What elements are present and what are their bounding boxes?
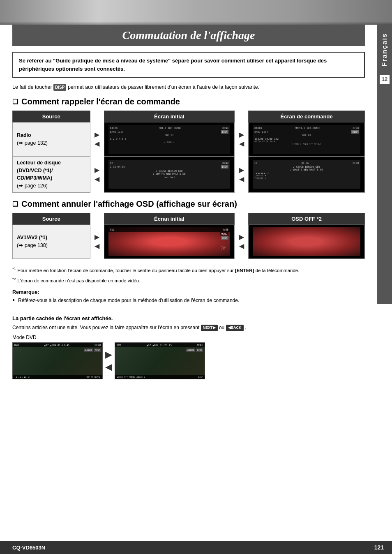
- text-end: .: [245, 325, 246, 330]
- la-partie-title: La partie cachée de l'écran est affichée…: [12, 315, 365, 321]
- table-row: Lecteur de disque (DVD/VCD (*1)/ CD/MP3/…: [13, 156, 365, 192]
- enter-key: [ENTER]: [235, 268, 254, 273]
- av-page: (➡ page 138): [17, 242, 48, 248]
- remark-section: Remarque: Référez-vous à la description …: [12, 289, 365, 304]
- top-banner: [0, 0, 392, 25]
- la-partie-text: Certains articles ont une suite. Vous po…: [12, 324, 365, 331]
- source-radio: Radio (➡ page 132): [13, 122, 90, 156]
- arrow-right-2a: ▶ ◀: [90, 156, 104, 192]
- col-source-2: Source: [13, 213, 90, 224]
- radio-commande-img: RADIOFMST1-1 103.00MHzMENU BANDLISTDISP …: [253, 125, 360, 154]
- section1-table: Source Écran initial Écran de commande R…: [12, 111, 365, 193]
- dvd-arrows: ▶ ◀: [105, 349, 112, 372]
- arrow-up: ▶: [105, 349, 112, 360]
- back-badge: ◀BACK: [226, 325, 244, 331]
- dvd-screen-left: DVD▲07 ▲009 01:23:45MENU NUMBER DISP |◀ …: [12, 342, 103, 379]
- footnote-2: *2 L'écran de commande n'est pas disponi…: [12, 276, 365, 284]
- col-ecran-initial-2: Écran initial: [104, 213, 234, 224]
- next-badge: NEXT▶: [201, 325, 218, 331]
- table-row: Radio (➡ page 132) ▶ ◀ RADIOFM1-1 103.00…: [13, 122, 365, 156]
- divider: [12, 311, 365, 311]
- right-sidebar: Français 12: [377, 25, 392, 304]
- disp-badge: DISP: [53, 84, 66, 91]
- model-name: CQ-VD6503N: [12, 545, 45, 551]
- dvd-bottom-bar-left: |◀ ◀◀ ▶ ▶▶ ▶| REP WM NEXT▶: [13, 375, 102, 379]
- col-ecran-initial-1: Écran initial: [104, 111, 234, 122]
- radio-page: (➡ page 132): [17, 140, 48, 146]
- osd-off-img: [253, 227, 360, 256]
- dvd-screen-inner-right: DVD▲07 ▲009 01:23:45MENU NUMBER DISP ◀BA…: [115, 343, 205, 379]
- dvd-screens-row: DVD▲07 ▲009 01:23:45MENU NUMBER DISP |◀ …: [12, 342, 365, 379]
- main-content: Commutation de l'affichage Se référer au…: [0, 25, 377, 392]
- page-title: Commutation de l'affichage: [21, 29, 357, 42]
- dvd-screen-right: DVD▲07 ▲009 01:23:45MENU NUMBER DISP ◀BA…: [115, 342, 205, 379]
- table-row: AV1/AV2 (*1) (➡ page 138) ▶ ◀ AV14:56: [13, 224, 365, 259]
- source-disc: Lecteur de disque (DVD/VCD (*1)/ CD/MP3/…: [13, 156, 90, 192]
- language-label: Français: [381, 33, 388, 67]
- dvd-overlay-left: DVD▲07 ▲009 01:23:45MENU: [13, 343, 102, 347]
- notice-text: Se référer au "Guide pratique de mise à …: [19, 58, 327, 72]
- page-footer: CQ-VD6503N 121: [0, 541, 392, 554]
- remark-title: Remarque:: [12, 289, 365, 295]
- ou-text: ou: [219, 325, 224, 330]
- notice-box: Se référer au "Guide pratique de mise à …: [12, 52, 365, 78]
- screen-disc-initial: CDMENU 2 12 04:56DISP ♪ GEOGE BENSON GEO…: [104, 156, 234, 192]
- col-osd-off: OSD OFF *2: [249, 213, 365, 224]
- remark-bullet: Référez-vous à la description de chaque …: [12, 297, 365, 304]
- col-source-1: Source: [13, 111, 90, 122]
- av-initial-img: AV14:56 MENU DISP ☞: [108, 227, 230, 256]
- radio-label: Radio: [17, 132, 31, 138]
- col-ecran-commande-1: Écran de commande: [249, 111, 365, 122]
- arrow-right-1a: ▶ ◀: [90, 122, 104, 156]
- radio-initial-img: RADIOFM1-1 103.00MHzMENU BANDLISTDISP BB…: [108, 125, 230, 154]
- footnotes: *1 Pour mettre en fonction l'écran de co…: [12, 265, 365, 284]
- intro-text-before: Le fait de toucher: [12, 84, 52, 90]
- section2-title: Comment annuler l'affichage OSD (afficha…: [12, 199, 365, 209]
- screen-radio-commande: RADIOFMST1-1 103.00MHzMENU BANDLISTDISP …: [249, 122, 365, 156]
- disc-commande-img: CD04:56MENU ♪ GEOGE BENSON GEO ♪ WHAT'S …: [253, 160, 360, 189]
- disc-label: Lecteur de disque (DVD/VCD (*1)/ CD/MP3/…: [17, 160, 61, 181]
- screen-av-initial: AV14:56 MENU DISP ☞: [104, 224, 234, 259]
- intro-text-after: permet aux utilisateurs de passer librem…: [68, 84, 259, 90]
- source-av: AV1/AV2 (*1) (➡ page 138): [13, 224, 90, 259]
- arrow-right-2b: ▶ ◀: [234, 156, 248, 192]
- av-label: AV1/AV2 (*1): [17, 235, 47, 240]
- arrow-right-1b: ▶ ◀: [234, 122, 248, 156]
- dvd-overlay-right: DVD▲07 ▲009 01:23:45MENU: [115, 343, 205, 347]
- arrow-right-3b: ▶ ◀: [234, 224, 248, 259]
- mode-dvd-label: Mode DVD: [12, 335, 365, 340]
- title-banner: Commutation de l'affichage: [12, 25, 365, 46]
- screen-osd-off: [249, 224, 365, 259]
- chapter-number: 12: [380, 75, 390, 84]
- screen-disc-commande: CD04:56MENU ♪ GEOGE BENSON GEO ♪ WHAT'S …: [249, 156, 365, 192]
- screen-radio-initial: RADIOFM1-1 103.00MHzMENU BANDLISTDISP BB…: [104, 122, 234, 156]
- dvd-bottom-bar-right: ◀BACK RTT AUDIO ANGLE ↕DISP: [115, 375, 205, 379]
- arrow-right-3a: ▶ ◀: [90, 224, 104, 259]
- la-partie-text-before: Certains articles ont une suite. Vous po…: [12, 325, 199, 330]
- disc-initial-img: CDMENU 2 12 04:56DISP ♪ GEOGE BENSON GEO…: [108, 160, 230, 189]
- disc-page: (➡ page 126): [17, 183, 48, 189]
- arrow-down: ◀: [105, 362, 112, 372]
- footnote-1: *1 Pour mettre en fonction l'écran de co…: [12, 265, 365, 274]
- section2-table: Source Écran initial OSD OFF *2 AV1/AV2 …: [12, 213, 365, 259]
- dvd-screen-inner-left: DVD▲07 ▲009 01:23:45MENU NUMBER DISP |◀ …: [13, 343, 102, 379]
- intro-paragraph: Le fait de toucher DISP permet aux utili…: [12, 83, 365, 91]
- page-number: 121: [374, 544, 384, 551]
- section1-title: Comment rappeler l'écran de commande: [12, 97, 365, 106]
